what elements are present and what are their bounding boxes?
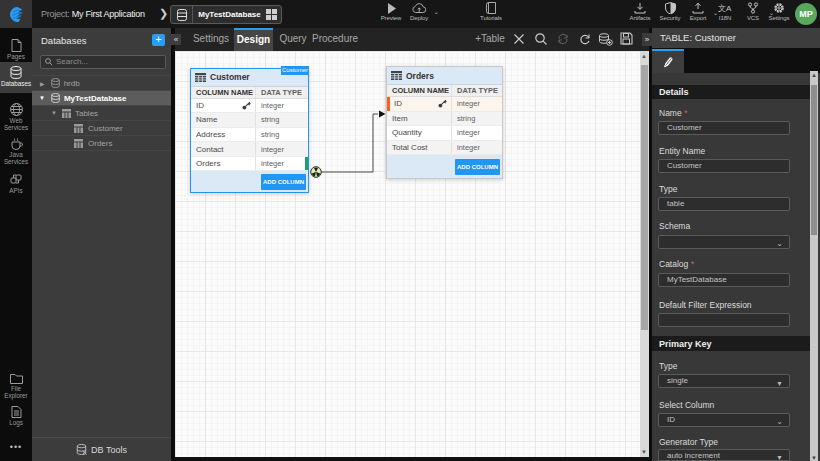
svg-text:文A: 文A	[718, 4, 732, 13]
